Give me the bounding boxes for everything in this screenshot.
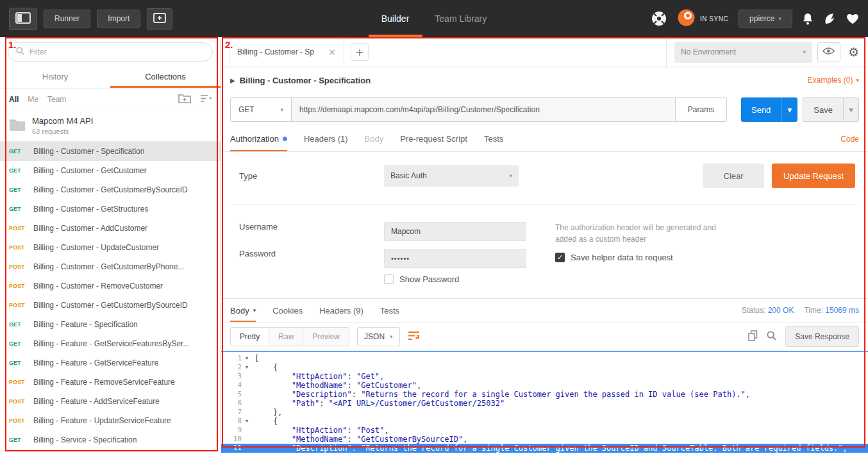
filter-box[interactable]	[8, 42, 213, 62]
tab-response-cookies[interactable]: Cookies	[272, 299, 303, 322]
sidebar-toggle-button[interactable]	[9, 8, 37, 30]
username-field[interactable]	[384, 222, 526, 241]
eye-icon	[822, 47, 835, 57]
tab-builder-label: Builder	[381, 13, 410, 24]
list-item[interactable]: POSTBilling - Feature - AddServiceFeatur…	[0, 392, 221, 411]
list-item[interactable]: POSTBilling - Feature - UpdateServiceFea…	[0, 411, 221, 430]
clear-button[interactable]: Clear	[703, 164, 764, 188]
tab-response-headers[interactable]: Headers (9)	[319, 299, 363, 322]
close-icon[interactable]: ×	[328, 47, 336, 57]
code-line[interactable]: 6 "Path": "<API URL>/Customer/GetCustome…	[221, 399, 868, 408]
tab-response-body[interactable]: Body ▾	[230, 299, 256, 322]
examples-dropdown[interactable]: Examples (0) ▾	[808, 76, 859, 85]
environment-select[interactable]: No Environment ▾	[674, 42, 812, 63]
code-line[interactable]: 3 "HttpAction": "Get",	[221, 372, 868, 381]
heart-icon[interactable]	[846, 13, 859, 24]
save-response-button[interactable]: Save Response	[785, 326, 859, 347]
list-item[interactable]: GETBilling - Customer - GetCustomer	[0, 161, 221, 180]
method-badge: POST	[9, 302, 28, 308]
fold-icon[interactable]: ▾	[242, 363, 252, 372]
list-item[interactable]: POSTBilling - Customer - UpdateCustomer	[0, 238, 221, 257]
sync-status[interactable]: IN SYNC	[678, 9, 728, 28]
scope-all[interactable]: All	[9, 95, 19, 104]
list-item[interactable]: POSTBilling - Feature - RemoveServiceFea…	[0, 373, 221, 392]
code-link[interactable]: Code	[840, 126, 859, 151]
format-select[interactable]: JSON ▾	[357, 327, 400, 346]
code-line[interactable]: 9 "HttpAction": "Post",	[221, 426, 868, 435]
import-button[interactable]: Import	[97, 10, 140, 28]
auth-type-select[interactable]: Basic Auth ▾	[384, 165, 519, 187]
copy-icon[interactable]	[748, 330, 758, 343]
list-item[interactable]: GETBilling - Customer - Specification	[0, 142, 221, 161]
code-line[interactable]: 10 "MethodName": "GetCustomerBySourceID"…	[221, 435, 868, 444]
fold-icon[interactable]: ▾	[242, 354, 252, 363]
list-item[interactable]: POSTBilling - Customer - GetCustomerByPh…	[0, 257, 221, 276]
sort-icon[interactable]	[200, 94, 212, 105]
save-button[interactable]: Save	[803, 97, 844, 122]
list-item[interactable]: GETBilling - Service - Specification	[0, 430, 221, 450]
password-field[interactable]	[384, 249, 526, 268]
tab-body[interactable]: Body	[365, 126, 384, 151]
list-item[interactable]: GETBilling - Feature - GetServiceFeature…	[0, 334, 221, 353]
list-item[interactable]: POSTBilling - Customer - GetCustomerBySo…	[0, 296, 221, 315]
list-item[interactable]: GETBilling - Customer - GetStructures	[0, 199, 221, 219]
list-item[interactable]: POSTBilling - Customer - RemoveCustomer	[0, 276, 221, 296]
code-line[interactable]: 7 },	[221, 408, 868, 417]
chevron-down-icon: ▾	[856, 77, 859, 83]
code-line[interactable]: 2▾ {	[221, 363, 868, 372]
new-window-button[interactable]	[147, 8, 172, 29]
tab-tests[interactable]: Tests	[484, 126, 503, 151]
params-button[interactable]: Params	[676, 97, 727, 122]
environment-preview-button[interactable]	[817, 42, 840, 62]
code-line[interactable]: 5 "Description": "Returns the record for…	[221, 390, 868, 399]
tab-pre-request-script[interactable]: Pre-request Script	[400, 126, 467, 151]
scope-me[interactable]: Me	[28, 95, 38, 104]
time-value: 15069 ms	[825, 306, 859, 315]
new-folder-icon[interactable]	[178, 94, 191, 105]
send-button[interactable]: Send	[741, 97, 781, 122]
response-editor[interactable]: 1▾[2▾ {3 "HttpAction": "Get",4 "MethodNa…	[221, 351, 868, 454]
send-options-button[interactable]: ▾	[781, 97, 797, 122]
wrap-text-icon[interactable]	[408, 331, 420, 342]
fold-icon[interactable]: ▾	[242, 417, 252, 426]
scope-team[interactable]: Team	[47, 95, 66, 104]
view-pretty[interactable]: Pretty	[231, 328, 269, 346]
code-text: "Description": "Returns the record for a…	[252, 444, 847, 453]
tab-authorization[interactable]: Authorization	[230, 126, 287, 151]
code-line[interactable]: 11 "Description": "Returns the record fo…	[221, 444, 868, 453]
code-line[interactable]: 1▾[	[221, 354, 868, 363]
code-line[interactable]: 4 "MethodName": "GetCustomer",	[221, 381, 868, 390]
show-password-checkbox[interactable]: Show Password	[230, 274, 859, 284]
code-line[interactable]: 8▾ {	[221, 417, 868, 426]
filter-input[interactable]	[29, 47, 204, 56]
feedback-icon[interactable]	[823, 12, 836, 25]
collection-header[interactable]: Mapcom M4 API 63 requests	[0, 110, 221, 142]
search-icon[interactable]	[767, 331, 776, 342]
list-item[interactable]: GETBilling - Customer - GetCustomerBySou…	[0, 180, 221, 199]
tab-collections[interactable]: Collections	[110, 65, 221, 88]
tab-history[interactable]: History	[0, 65, 110, 88]
method-select[interactable]: GET ▾	[230, 97, 292, 122]
view-preview[interactable]: Preview	[303, 328, 349, 346]
settings-button[interactable]: ⚙	[846, 45, 862, 59]
page-title[interactable]: ▶ Billing - Customer - Specification	[230, 76, 371, 85]
notifications-bell-icon[interactable]	[803, 13, 813, 25]
runner-button[interactable]: Runner	[44, 10, 90, 28]
user-dropdown[interactable]: ppierce ▾	[739, 10, 792, 28]
save-helper-checkbox[interactable]: ✓ Save helper data to request	[555, 253, 673, 262]
update-request-button[interactable]: Update Request	[772, 164, 855, 188]
interceptor-icon[interactable]	[651, 10, 667, 27]
tab-response-tests[interactable]: Tests	[380, 299, 399, 322]
url-input[interactable]	[292, 97, 676, 122]
collection-name: Mapcom M4 API	[32, 116, 93, 126]
new-tab-button[interactable]: +	[351, 43, 369, 61]
list-item[interactable]: GETBilling - Feature - Specification	[0, 315, 221, 334]
tab-team-library[interactable]: Team Library	[422, 0, 499, 37]
tab-builder[interactable]: Builder	[369, 0, 422, 37]
save-options-button[interactable]: ▾	[844, 97, 859, 122]
list-item[interactable]: GETBilling - Feature - GetServiceFeature	[0, 353, 221, 373]
view-raw[interactable]: Raw	[269, 328, 303, 346]
tab-headers[interactable]: Headers (1)	[304, 126, 348, 151]
document-tab[interactable]: Billing - Customer - Sp ×	[229, 37, 344, 67]
list-item[interactable]: POSTBilling - Customer - AddCustomer	[0, 219, 221, 238]
